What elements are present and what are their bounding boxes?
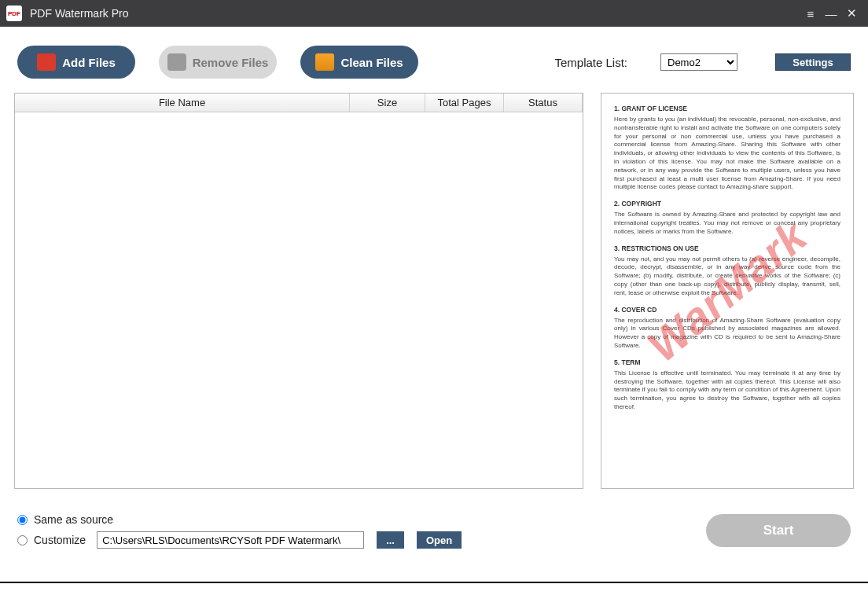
remove-files-label: Remove Files <box>193 56 269 69</box>
doc-section: 5. TERMThis License is effective until t… <box>614 358 840 412</box>
preview-panel: 1. GRANT OF LICENSEHere by grants to you… <box>601 93 854 489</box>
doc-section: 3. RESTRICTIONS ON USEYou may not, and y… <box>614 244 840 298</box>
template-list-label: Template List: <box>554 56 627 69</box>
output-path-input[interactable] <box>97 531 364 549</box>
radio-same-as-source[interactable] <box>17 515 28 525</box>
clean-files-label: Clean Files <box>340 56 403 69</box>
doc-body: The reproduction and distribution of Ama… <box>614 317 840 351</box>
browse-button[interactable]: ... <box>377 531 404 549</box>
add-files-icon <box>37 53 56 71</box>
minimize-icon[interactable]: — <box>821 3 841 24</box>
doc-heading: 4. COVER CD <box>614 306 840 314</box>
toolbar: Add Files Remove Files Clean Files Templ… <box>0 27 868 93</box>
doc-body: Here by grants to you (an individual) th… <box>614 116 840 192</box>
remove-files-icon <box>167 53 186 71</box>
col-file-name[interactable]: File Name <box>15 94 350 112</box>
doc-section: 4. COVER CDThe reproduction and distribu… <box>614 306 840 351</box>
doc-body: The Software is owned by Amazing-Share a… <box>614 211 840 236</box>
doc-section: 1. GRANT OF LICENSEHere by grants to you… <box>614 105 840 192</box>
table-header-row: File Name Size Total Pages Status <box>15 94 583 112</box>
col-total-pages[interactable]: Total Pages <box>425 94 504 112</box>
col-size[interactable]: Size <box>350 94 425 112</box>
doc-heading: 5. TERM <box>614 358 840 366</box>
start-button: Start <box>706 514 851 547</box>
same-as-source-label: Same as source <box>34 513 113 526</box>
file-table-panel: File Name Size Total Pages Status <box>14 93 583 489</box>
template-list-select[interactable]: Demo2 <box>660 53 737 71</box>
add-files-label: Add Files <box>62 56 116 69</box>
doc-heading: 2. COPYRIGHT <box>614 200 840 208</box>
titlebar: PDF Watermark Pro ≡ — ✕ <box>0 0 868 27</box>
customize-label: Customize <box>34 534 86 546</box>
doc-section: 2. COPYRIGHTThe Software is owned by Ama… <box>614 200 840 236</box>
doc-body: You may not, and you may not permit othe… <box>614 255 840 298</box>
radio-customize[interactable] <box>17 535 28 545</box>
app-icon <box>6 6 22 21</box>
main-row: File Name Size Total Pages Status 1. GRA… <box>0 93 868 489</box>
app-title: PDF Watermark Pro <box>30 7 800 20</box>
doc-heading: 1. GRANT OF LICENSE <box>614 105 840 112</box>
settings-button[interactable]: Settings <box>775 53 851 71</box>
menu-icon[interactable]: ≡ <box>800 3 821 24</box>
doc-heading: 3. RESTRICTIONS ON USE <box>614 244 840 252</box>
add-files-button[interactable]: Add Files <box>17 46 135 79</box>
bottom-area: Same as source Customize ... Open Start <box>0 489 868 558</box>
clean-files-button[interactable]: Clean Files <box>300 46 418 79</box>
clean-files-icon <box>315 53 334 71</box>
open-button[interactable]: Open <box>417 531 462 549</box>
footer-divider <box>0 582 868 583</box>
close-icon[interactable]: ✕ <box>841 3 862 24</box>
col-status[interactable]: Status <box>504 94 583 112</box>
output-options: Same as source Customize ... Open <box>17 509 706 550</box>
remove-files-button: Remove Files <box>159 46 277 79</box>
doc-body: This License is effective until terminat… <box>614 369 840 412</box>
